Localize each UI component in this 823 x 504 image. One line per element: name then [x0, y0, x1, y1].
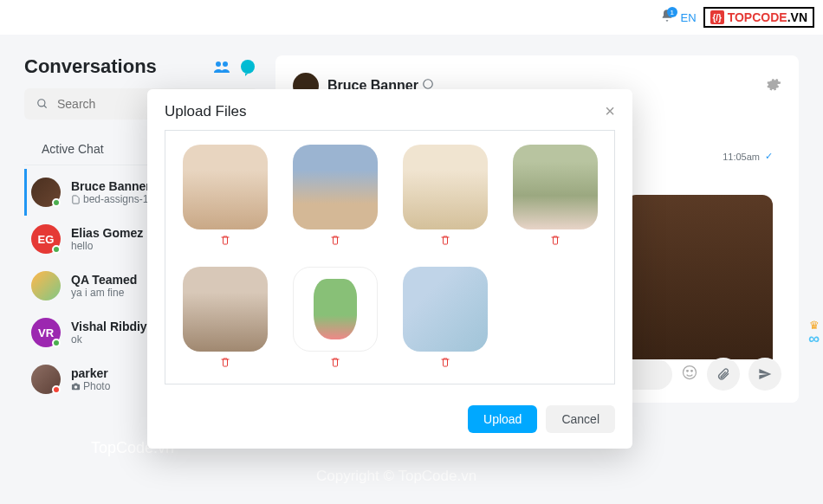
thumb-image[interactable]: [513, 145, 598, 229]
trash-icon[interactable]: [330, 235, 340, 248]
trash-icon[interactable]: [220, 235, 230, 248]
trash-icon[interactable]: [440, 357, 450, 370]
trash-icon[interactable]: [220, 357, 230, 370]
trash-icon[interactable]: [550, 235, 561, 248]
thumb-image[interactable]: [183, 145, 268, 229]
thumb-image[interactable]: [293, 267, 378, 352]
thumb-image[interactable]: [403, 267, 488, 352]
cancel-button[interactable]: Cancel: [546, 405, 615, 433]
trash-icon[interactable]: [440, 235, 450, 248]
upload-thumb: [289, 267, 380, 370]
close-icon[interactable]: ×: [605, 101, 615, 121]
upload-thumb: [179, 145, 270, 248]
thumb-image[interactable]: [403, 145, 488, 229]
modal-title: Upload Files: [165, 103, 247, 120]
thumb-image[interactable]: [183, 267, 268, 352]
trash-icon[interactable]: [330, 357, 340, 370]
thumb-image[interactable]: [293, 145, 378, 229]
upload-modal: Upload Files × Upload Cancel: [147, 89, 632, 449]
upload-thumb: [179, 267, 270, 370]
upload-thumb: [399, 145, 490, 248]
upload-thumb: [399, 267, 490, 370]
upload-thumb: [289, 145, 380, 248]
upload-thumb: [509, 145, 600, 248]
upload-button[interactable]: Upload: [468, 405, 537, 433]
